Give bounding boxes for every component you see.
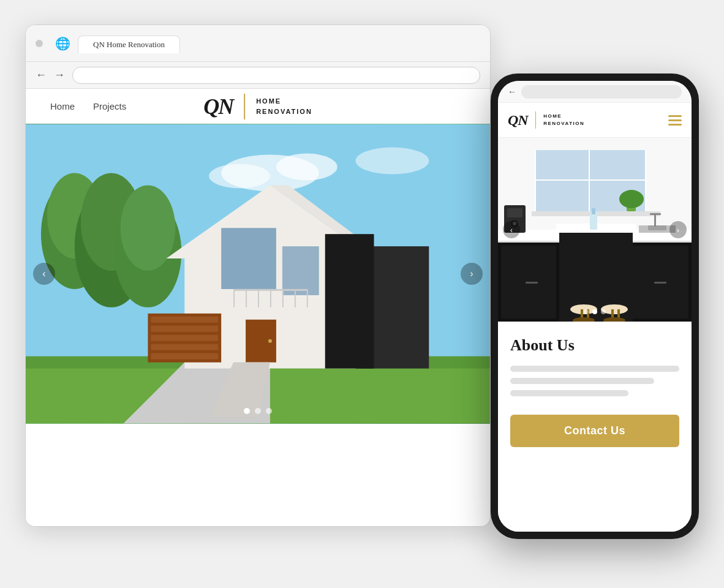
text-line-1 <box>510 366 679 372</box>
mobile-phone: ← QN HOME RENOVATION <box>491 74 699 539</box>
svg-rect-23 <box>151 326 218 332</box>
tab-label: QN Home Renovation <box>93 40 165 49</box>
phone-logo-text: HOME RENOVATION <box>543 113 584 127</box>
browser-dots <box>36 40 43 47</box>
svg-rect-35 <box>282 289 284 307</box>
svg-rect-34 <box>270 289 271 307</box>
browser-dot-1 <box>36 40 43 47</box>
svg-rect-56 <box>526 282 538 284</box>
phone-url-bar[interactable] <box>521 85 682 99</box>
svg-rect-73 <box>654 214 656 227</box>
svg-point-28 <box>268 339 272 343</box>
svg-point-46 <box>619 190 644 208</box>
prev-icon: ‹ <box>42 268 45 279</box>
kitchen-interior-svg <box>498 138 692 322</box>
scene: 🌐 QN Home Renovation ← → Home Projects Q… <box>25 24 699 564</box>
svg-rect-32 <box>246 289 247 307</box>
svg-rect-62 <box>592 208 595 214</box>
carousel-dot-3[interactable] <box>266 408 272 414</box>
svg-rect-36 <box>295 289 296 307</box>
svg-rect-25 <box>151 344 218 350</box>
carousel-dot-1[interactable] <box>244 408 250 414</box>
phone-logo-divider <box>535 111 537 129</box>
svg-rect-19 <box>221 228 276 289</box>
browser-toolbar: ← → <box>26 62 490 89</box>
phone-prev-icon: ‹ <box>510 225 513 235</box>
desktop-browser: 🌐 QN Home Renovation ← → Home Projects Q… <box>25 24 491 527</box>
phone-carousel-prev-button[interactable]: ‹ <box>503 221 520 238</box>
hamburger-line-2 <box>668 119 682 121</box>
phone-logo-line1: HOME <box>543 113 562 119</box>
text-line-2 <box>510 378 654 384</box>
svg-rect-58 <box>654 282 666 284</box>
phone-dot-3[interactable] <box>601 309 606 314</box>
website-content: Home Projects QN HOME RENOVATION <box>26 89 490 526</box>
back-arrow[interactable]: ← <box>36 69 47 81</box>
phone-logo: QN HOME RENOVATION <box>508 111 668 129</box>
site-hero: ‹ › <box>26 124 490 424</box>
carousel-dots <box>244 408 272 414</box>
phone-carousel-next-button[interactable]: › <box>669 221 687 238</box>
about-us-title: About Us <box>510 336 679 355</box>
phone-dot-2[interactable] <box>592 309 597 314</box>
svg-rect-20 <box>282 246 319 295</box>
hamburger-line-3 <box>668 124 682 126</box>
svg-rect-31 <box>307 289 308 307</box>
nav-link-home[interactable]: Home <box>50 101 75 111</box>
browser-tab[interactable]: QN Home Renovation <box>78 36 180 53</box>
logo-line2: RENOVATION <box>256 108 312 115</box>
hamburger-menu-button[interactable] <box>668 115 682 126</box>
phone-status-bar: ← <box>498 81 692 103</box>
svg-rect-72 <box>648 225 666 230</box>
carousel-dot-2[interactable] <box>255 408 261 414</box>
logo-divider <box>244 94 245 119</box>
svg-rect-26 <box>151 353 218 360</box>
svg-rect-22 <box>151 317 218 323</box>
next-icon: › <box>470 268 473 279</box>
logo-line1: HOME <box>256 97 281 105</box>
phone-back-arrow[interactable]: ← <box>508 87 516 97</box>
phone-next-icon: › <box>677 225 679 235</box>
carousel-prev-button[interactable]: ‹ <box>33 263 55 285</box>
svg-rect-18 <box>325 234 374 368</box>
svg-rect-74 <box>650 213 661 215</box>
svg-rect-43 <box>589 150 590 211</box>
svg-rect-24 <box>151 335 218 341</box>
phone-screen: ← QN HOME RENOVATION <box>498 81 692 532</box>
phone-logo-qn: QN <box>508 112 528 129</box>
contact-us-button[interactable]: Contact Us <box>510 415 679 447</box>
svg-point-4 <box>356 148 429 175</box>
forward-arrow[interactable]: → <box>54 69 65 81</box>
svg-point-3 <box>209 164 270 188</box>
url-bar[interactable] <box>72 67 480 84</box>
svg-rect-30 <box>233 289 235 307</box>
about-us-text <box>510 366 679 396</box>
house-exterior-svg <box>26 124 490 424</box>
svg-rect-33 <box>258 289 259 307</box>
hamburger-line-1 <box>668 115 682 117</box>
svg-rect-42 <box>535 179 646 181</box>
phone-carousel-dots <box>584 309 606 314</box>
svg-point-2 <box>276 154 337 181</box>
nav-links: Home Projects <box>50 101 126 111</box>
text-line-3 <box>510 390 628 396</box>
logo-text: HOME RENOVATION <box>256 96 312 116</box>
site-navigation: Home Projects QN HOME RENOVATION <box>26 89 490 124</box>
svg-rect-76 <box>507 208 522 217</box>
phone-hero: ‹ › <box>498 138 692 322</box>
browser-chrome: 🌐 QN Home Renovation <box>26 25 490 62</box>
phone-site-nav: QN HOME RENOVATION <box>498 103 692 138</box>
carousel-next-button[interactable]: › <box>461 263 483 285</box>
logo-qn-text: QN <box>203 94 233 119</box>
site-logo: QN HOME RENOVATION <box>203 94 312 119</box>
globe-icon: 🌐 <box>55 36 70 51</box>
phone-logo-line2: RENOVATION <box>543 121 584 126</box>
nav-link-projects[interactable]: Projects <box>93 101 126 111</box>
phone-dot-1[interactable] <box>584 309 589 314</box>
phone-content-section: About Us Contact Us <box>498 322 692 532</box>
